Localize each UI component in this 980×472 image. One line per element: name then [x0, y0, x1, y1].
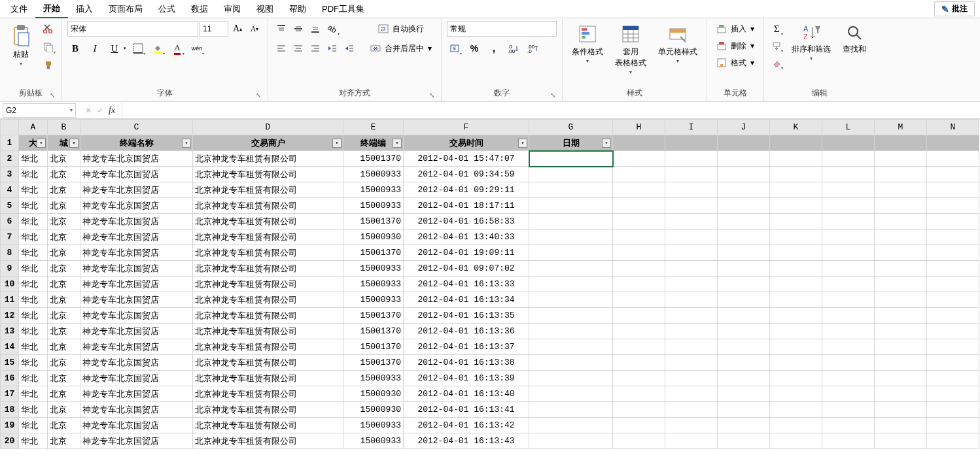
col-header-M[interactable]: M [875, 120, 927, 135]
cell[interactable]: 15001370 [343, 214, 404, 229]
cell[interactable]: 2012-04-01 09:34:59 [404, 167, 529, 182]
cell[interactable] [875, 151, 927, 167]
cell[interactable]: 15001370 [343, 151, 404, 167]
cell[interactable] [875, 261, 927, 277]
cell[interactable]: 2012-04-01 16:13:39 [404, 371, 529, 386]
cell[interactable] [770, 292, 822, 308]
cell[interactable] [718, 151, 770, 167]
cell[interactable]: 2012-04-01 09:29:11 [404, 182, 529, 198]
cell[interactable] [529, 198, 613, 214]
dialog-launcher-icon[interactable]: ⤡ [256, 92, 261, 99]
cell[interactable] [718, 355, 770, 371]
cell[interactable] [875, 433, 927, 449]
clear-button[interactable]: ▾ [769, 55, 784, 71]
header-cell[interactable]: 大▾ [19, 135, 48, 151]
menu-tab-insert[interactable]: 插入 [68, 1, 101, 18]
cell[interactable]: 北京 [48, 433, 80, 449]
header-cell[interactable]: 交易时间▾ [404, 135, 529, 151]
cell[interactable]: 北京 [48, 198, 80, 214]
cell[interactable] [822, 214, 875, 229]
cell[interactable]: 华北 [19, 339, 48, 355]
cell[interactable] [529, 355, 613, 371]
col-header-E[interactable]: E [343, 120, 404, 135]
cell[interactable] [718, 277, 770, 292]
cell[interactable] [770, 198, 822, 214]
cell[interactable] [770, 151, 822, 167]
cell[interactable] [529, 324, 613, 339]
cell[interactable] [613, 371, 665, 386]
cell[interactable] [822, 324, 875, 339]
cell[interactable] [927, 245, 979, 261]
cell[interactable] [770, 386, 822, 402]
percent-button[interactable]: % [466, 41, 482, 56]
dialog-launcher-icon[interactable]: ⤡ [550, 92, 555, 99]
cell[interactable]: 2012-04-01 09:07:02 [404, 261, 529, 277]
cell[interactable]: 华北 [19, 214, 48, 229]
cell[interactable] [613, 198, 665, 214]
cell[interactable]: 15001370 [343, 339, 404, 355]
cell[interactable] [529, 182, 613, 198]
cell[interactable]: 北京 [48, 167, 80, 182]
cell[interactable] [927, 308, 979, 324]
menu-tab-file[interactable]: 文件 [3, 1, 35, 18]
cell[interactable]: 2012-04-01 13:40:33 [404, 229, 529, 245]
cell[interactable]: 2012-04-01 16:13:37 [404, 339, 529, 355]
cell[interactable] [665, 198, 718, 214]
align-center-button[interactable] [290, 41, 306, 56]
cell[interactable]: 2012-04-01 16:13:35 [404, 308, 529, 324]
cell[interactable] [822, 433, 875, 449]
cell[interactable]: 华北 [19, 418, 48, 433]
cell[interactable] [927, 261, 979, 277]
cell[interactable] [770, 214, 822, 229]
cell[interactable] [613, 167, 665, 182]
filter-dropdown-icon[interactable]: ▾ [602, 139, 611, 148]
format-painter-button[interactable] [41, 58, 56, 73]
cell[interactable] [529, 418, 613, 433]
cell[interactable] [718, 308, 770, 324]
cell[interactable]: 北京神龙专车租赁有限公司 [193, 386, 343, 402]
cell[interactable] [822, 167, 875, 182]
cell[interactable] [613, 386, 665, 402]
number-format-select[interactable] [447, 21, 557, 37]
cell[interactable] [822, 402, 875, 418]
cell[interactable] [718, 261, 770, 277]
cell[interactable]: 华北 [19, 229, 48, 245]
cell[interactable] [875, 182, 927, 198]
cell[interactable]: 华北 [19, 151, 48, 167]
cell[interactable] [770, 433, 822, 449]
cell[interactable]: 北京神龙专车租赁有限公司 [193, 214, 343, 229]
cell[interactable]: 15000933 [343, 167, 404, 182]
cell[interactable] [927, 402, 979, 418]
cell[interactable]: 华北 [19, 402, 48, 418]
col-header-J[interactable]: J [718, 120, 770, 135]
font-family-select[interactable] [67, 21, 198, 37]
col-header-G[interactable]: G [529, 120, 613, 135]
comma-button[interactable]: , [486, 41, 502, 56]
cell[interactable]: 神龙专车北京国贸店 [80, 229, 193, 245]
cell[interactable]: 北京神龙专车租赁有限公司 [193, 355, 343, 371]
cell[interactable]: 15000930 [343, 229, 404, 245]
header-cell[interactable] [613, 135, 665, 151]
cell[interactable]: 北京神龙专车租赁有限公司 [193, 182, 343, 198]
cell[interactable] [770, 371, 822, 386]
cell[interactable]: 2012-04-01 16:13:42 [404, 418, 529, 433]
header-cell[interactable] [665, 135, 718, 151]
menu-tab-home[interactable]: 开始 [35, 0, 68, 18]
header-cell[interactable]: 终端编▾ [343, 135, 404, 151]
cell[interactable]: 15000930 [343, 402, 404, 418]
col-header-N[interactable]: N [927, 120, 979, 135]
cell[interactable] [613, 277, 665, 292]
cell[interactable] [529, 151, 613, 167]
cell[interactable] [665, 151, 718, 167]
cell[interactable]: 华北 [19, 198, 48, 214]
cell[interactable]: 华北 [19, 182, 48, 198]
phonetic-button[interactable]: wén▾ [189, 41, 205, 56]
cell[interactable]: 神龙专车北京国贸店 [80, 214, 193, 229]
cell[interactable]: 北京 [48, 386, 80, 402]
cell[interactable] [665, 277, 718, 292]
cell[interactable] [718, 371, 770, 386]
cell[interactable] [718, 292, 770, 308]
formula-input[interactable] [122, 103, 980, 118]
cell[interactable] [529, 214, 613, 229]
col-header-D[interactable]: D [193, 120, 343, 135]
